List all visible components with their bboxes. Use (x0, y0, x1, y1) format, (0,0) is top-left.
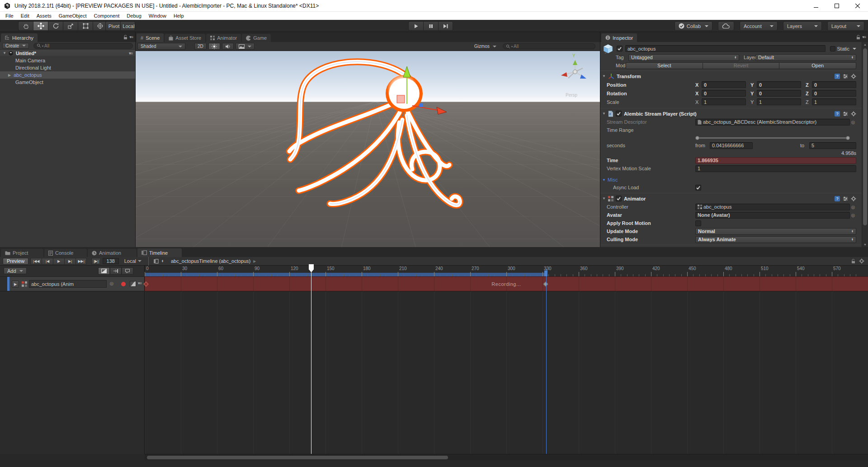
menu-window[interactable]: Window (145, 13, 170, 19)
animator-component-header[interactable]: ▼ Animator ? (600, 194, 862, 203)
help-icon[interactable]: ? (835, 196, 840, 201)
gear-icon[interactable] (851, 74, 856, 79)
object-picker-icon[interactable]: ◎ (850, 120, 856, 125)
scale-y-field[interactable]: 1 (757, 98, 801, 105)
tab-game[interactable]: Game (242, 34, 271, 42)
transform-component-header[interactable]: ▼ Transform ? (600, 72, 862, 80)
next-frame-button[interactable]: ▶| (64, 258, 75, 265)
object-picker-icon[interactable]: ◎ (108, 281, 115, 286)
presets-icon[interactable] (843, 111, 848, 117)
gizmos-dropdown[interactable]: Gizmos (472, 43, 499, 50)
2d-toggle-button[interactable]: 2D (194, 43, 207, 50)
position-z-field[interactable]: 0 (812, 81, 856, 88)
rotate-tool-button[interactable] (48, 21, 63, 31)
previous-frame-button[interactable]: |◀ (42, 258, 53, 265)
track-menu-icon[interactable]: ▾≡ (138, 281, 142, 285)
scale-tool-button[interactable] (63, 21, 78, 31)
menu-debug[interactable]: Debug (123, 13, 145, 19)
gameobject-cube-icon[interactable] (603, 44, 613, 54)
marker-button[interactable] (122, 267, 133, 275)
recording-track[interactable]: Recording... (145, 276, 868, 291)
from-field[interactable]: 0.0416666666 (710, 142, 753, 149)
tab-asset-store[interactable]: Asset Store (165, 34, 205, 42)
tab-scene[interactable]: # Scene (137, 33, 164, 42)
scene-foldout-icon[interactable]: ▼ (3, 51, 6, 55)
scene-orientation-gizmo[interactable]: Y Persp (561, 53, 586, 98)
model-open-button[interactable]: Open (779, 62, 856, 69)
active-checkbox[interactable] (617, 46, 623, 51)
presets-icon[interactable] (843, 74, 848, 79)
layers-dropdown-button[interactable]: Layers (783, 21, 822, 31)
lock-icon[interactable] (851, 259, 855, 264)
time-mode-dropdown[interactable]: Local (121, 258, 145, 265)
track-view-toggle[interactable]: ▲▼ (152, 258, 165, 265)
alembic-component-header[interactable]: ▼ # Alembic Stream Player (Script) ? (600, 109, 862, 118)
scroll-down-icon[interactable]: ▼ (862, 243, 868, 246)
tab-timeline[interactable]: Timeline (137, 248, 182, 257)
play-timeline-button[interactable]: ▶ (53, 258, 64, 265)
panel-menu-icon[interactable]: ▾≡ (129, 35, 133, 39)
goto-end-button[interactable]: ▶▶| (75, 258, 87, 265)
tab-inspector[interactable]: Inspector (601, 33, 637, 42)
shading-mode-dropdown[interactable]: Shaded (137, 43, 185, 50)
help-icon[interactable]: ? (835, 111, 840, 117)
to-field[interactable]: 5 (809, 142, 856, 149)
menu-file[interactable]: File (2, 13, 17, 19)
hierarchy-item-gameobject[interactable]: GameObject (0, 79, 135, 86)
timeline-ruler[interactable]: 0306090120150180210240270300330360390420… (145, 266, 868, 276)
scroll-up-icon[interactable]: ▲ (862, 43, 868, 46)
tab-project[interactable]: Project (1, 249, 43, 257)
panel-menu-icon[interactable]: ▾≡ (862, 35, 866, 39)
menu-edit[interactable]: Edit (17, 13, 33, 19)
gear-icon[interactable] (859, 258, 864, 264)
timeline-horizontal-scrollbar[interactable] (145, 454, 868, 460)
menu-gameobject[interactable]: GameObject (55, 13, 90, 19)
time-range-slider[interactable] (695, 135, 850, 141)
culling-mode-dropdown[interactable]: Always Animate▲▼ (695, 236, 856, 243)
pause-button[interactable] (423, 21, 438, 31)
rotation-y-field[interactable]: 0 (757, 90, 801, 97)
track-binding-field[interactable]: abc_octopus (Anim (29, 280, 107, 288)
create-button[interactable]: Create (2, 43, 29, 49)
track-curves-icon[interactable] (130, 281, 136, 287)
time-field[interactable]: 1.866935 (695, 157, 856, 164)
tag-dropdown[interactable]: Untagged▲▼ (628, 54, 739, 61)
menu-help[interactable]: Help (170, 13, 188, 19)
hierarchy-search-input[interactable]: ▾ All (33, 43, 133, 49)
scene-search-input[interactable]: ▾ All (503, 43, 595, 49)
projection-label[interactable]: Persp (566, 93, 578, 98)
scale-z-field[interactable]: 1 (812, 98, 856, 105)
menu-assets[interactable]: Assets (33, 13, 55, 19)
object-picker-icon[interactable]: ◎ (850, 205, 856, 210)
gizmo-cube-x-cone[interactable] (561, 72, 567, 77)
apply-root-motion-checkbox[interactable] (695, 220, 701, 226)
hierarchy-item-directional-light[interactable]: Directional Light (0, 64, 135, 71)
range-min-handle[interactable] (695, 136, 699, 140)
lighting-toggle-button[interactable] (208, 43, 220, 50)
inspector-scrollbar[interactable]: ▲ ▼ (862, 42, 868, 247)
scene-menu-icon[interactable]: ▾≡ (129, 51, 132, 56)
lock-icon[interactable] (856, 35, 860, 40)
scrollbar-thumb[interactable] (147, 456, 448, 459)
cloud-button[interactable] (718, 21, 734, 31)
maximize-button[interactable] (826, 0, 847, 12)
item-expand-icon[interactable]: ▶ (8, 73, 11, 77)
stream-descriptor-field[interactable]: abc_octopus_ABCDesc (AlembicStreamDescri… (695, 119, 850, 126)
hierarchy-scene-row[interactable]: ▼ Untitled* ▾≡ (0, 50, 135, 57)
track-expand-button[interactable]: ▶ (12, 280, 19, 288)
account-dropdown-button[interactable]: Account (740, 21, 778, 31)
scale-x-field[interactable]: 1 (702, 98, 746, 105)
update-mode-dropdown[interactable]: Normal▲▼ (695, 228, 856, 235)
close-button[interactable] (847, 0, 868, 12)
foldout-icon[interactable]: ▼ (602, 74, 606, 78)
hierarchy-item-main-camera[interactable]: Main Camera (0, 57, 135, 64)
rect-tool-button[interactable] (78, 21, 93, 31)
misc-foldout[interactable]: ▼ Misc (600, 176, 862, 183)
audio-toggle-button[interactable] (222, 43, 234, 50)
add-track-button[interactable]: Add (4, 267, 27, 274)
minimize-button[interactable] (806, 0, 826, 12)
object-picker-icon[interactable]: ◎ (850, 213, 856, 218)
position-y-field[interactable]: 0 (757, 81, 801, 88)
component-enabled-checkbox[interactable] (616, 196, 622, 201)
hand-tool-button[interactable] (18, 21, 33, 31)
